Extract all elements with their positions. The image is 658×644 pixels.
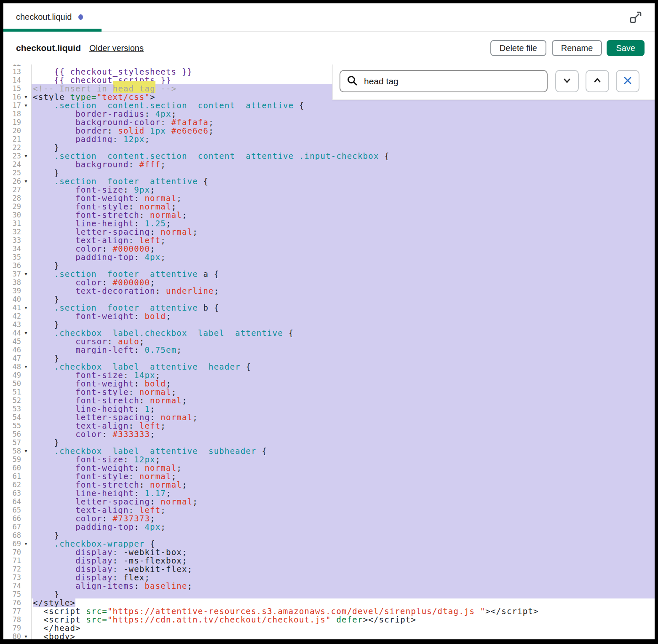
- code-row[interactable]: 60 font-weight: normal;: [3, 464, 655, 472]
- code-row[interactable]: 22 }: [3, 143, 655, 152]
- code-line[interactable]: padding-top: 4px;: [32, 253, 655, 261]
- code-line[interactable]: background-color: #fafafa;: [32, 118, 655, 126]
- code-line[interactable]: line-height: 1.17;: [32, 489, 655, 497]
- code-row[interactable]: 75 }: [3, 590, 655, 598]
- code-line[interactable]: line-height: 1.25;: [32, 219, 655, 228]
- code-line[interactable]: font-style: normal;: [32, 472, 655, 480]
- code-line[interactable]: line-height: 1;: [32, 405, 655, 413]
- code-row[interactable]: 26▾ .section__footer__attentive {: [3, 177, 655, 185]
- fold-arrow-icon[interactable]: ▾: [21, 447, 31, 455]
- code-row[interactable]: 41▾ .section__footer__attentive b {: [3, 303, 655, 312]
- code-row[interactable]: 80▾ <body>: [3, 632, 655, 639]
- code-row[interactable]: 78 <script src="https://cdn.attn.tv/chec…: [3, 615, 655, 624]
- code-row[interactable]: 67 padding-top: 4px;: [3, 523, 655, 531]
- code-line[interactable]: text-align: left;: [32, 236, 655, 244]
- search-input-box[interactable]: [340, 70, 548, 92]
- code-row[interactable]: 56 color: #333333;: [3, 430, 655, 438]
- code-line[interactable]: }: [32, 531, 655, 539]
- code-row[interactable]: 53 line-height: 1;: [3, 405, 655, 413]
- fold-arrow-icon[interactable]: ▾: [21, 93, 31, 101]
- code-line[interactable]: }: [32, 354, 655, 362]
- code-line[interactable]: letter-spacing: normal;: [32, 497, 655, 506]
- fold-arrow-icon[interactable]: ▾: [21, 177, 31, 185]
- code-line[interactable]: }: [32, 143, 655, 152]
- fold-arrow-icon[interactable]: ▾: [21, 539, 31, 548]
- code-row[interactable]: 49 font-size: 14px;: [3, 371, 655, 379]
- fold-arrow-icon[interactable]: ▾: [21, 329, 31, 337]
- code-line[interactable]: border: solid 1px #e6e6e6;: [32, 126, 655, 135]
- code-row[interactable]: 57 }: [3, 438, 655, 447]
- code-row[interactable]: 18 border-radius: 4px;: [3, 110, 655, 118]
- code-row[interactable]: 32 letter-spacing: normal;: [3, 228, 655, 236]
- older-versions-link[interactable]: Older versions: [89, 43, 144, 53]
- code-line[interactable]: font-weight: normal;: [32, 194, 655, 202]
- fold-arrow-icon[interactable]: ▾: [21, 101, 31, 110]
- code-row[interactable]: 79 </head>: [3, 624, 655, 632]
- code-line[interactable]: align-items: baseline;: [32, 582, 655, 590]
- code-row[interactable]: 30 font-stretch: normal;: [3, 211, 655, 219]
- code-row[interactable]: 29 font-style: normal;: [3, 202, 655, 211]
- code-row[interactable]: 63 line-height: 1.17;: [3, 489, 655, 497]
- code-line[interactable]: <body>: [32, 632, 655, 639]
- code-line[interactable]: }: [32, 320, 655, 329]
- code-line[interactable]: .section__footer__attentive {: [32, 177, 655, 185]
- code-row[interactable]: 36 }: [3, 261, 655, 270]
- code-row[interactable]: 72 display: -webkit-flex;: [3, 565, 655, 573]
- code-row[interactable]: 25 }: [3, 169, 655, 177]
- find-next-button[interactable]: [555, 70, 579, 92]
- code-row[interactable]: 69▾ .checkbox-wrapper {: [3, 539, 655, 548]
- code-row[interactable]: 23▾ .section__content.section__content__…: [3, 152, 655, 160]
- fold-arrow-icon[interactable]: ▾: [21, 303, 31, 312]
- code-line[interactable]: font-weight: bold;: [32, 379, 655, 388]
- code-line[interactable]: padding-top: 4px;: [32, 523, 655, 531]
- code-line[interactable]: border-radius: 4px;: [32, 110, 655, 118]
- code-row[interactable]: 40 }: [3, 295, 655, 303]
- code-line[interactable]: display: -webkit-flex;: [32, 565, 655, 573]
- code-row[interactable]: 20 border: solid 1px #e6e6e6;: [3, 126, 655, 135]
- code-row[interactable]: 21 padding: 12px;: [3, 135, 655, 143]
- code-row[interactable]: 44▾ .checkbox__label.checkbox__label__at…: [3, 329, 655, 337]
- code-row[interactable]: 74 align-items: baseline;: [3, 582, 655, 590]
- code-row[interactable]: 19 background-color: #fafafa;: [3, 118, 655, 126]
- code-line[interactable]: cursor: auto;: [32, 337, 655, 346]
- code-line[interactable]: .section__footer__attentive b {: [32, 303, 655, 312]
- code-row[interactable]: 77 <script src="https://attentive-resour…: [3, 607, 655, 615]
- code-row[interactable]: 42 font-weight: bold;: [3, 312, 655, 320]
- code-row[interactable]: 58▾ .checkbox__label__attentive__subhead…: [3, 447, 655, 455]
- code-row[interactable]: 64 letter-spacing: normal;: [3, 497, 655, 506]
- code-row[interactable]: 51 font-style: normal;: [3, 388, 655, 396]
- code-row[interactable]: 65 text-align: left;: [3, 506, 655, 514]
- search-input[interactable]: [363, 76, 541, 87]
- code-row[interactable]: 45 cursor: auto;: [3, 337, 655, 346]
- code-row[interactable]: 70 display: -webkit-box;: [3, 548, 655, 556]
- code-row[interactable]: 48▾ .checkbox__label__attentive__header …: [3, 362, 655, 371]
- code-line[interactable]: .section__content.section__content__atte…: [32, 101, 655, 110]
- code-line[interactable]: </style>: [32, 598, 655, 607]
- code-row[interactable]: 43 }: [3, 320, 655, 329]
- code-line[interactable]: font-stretch: normal;: [32, 211, 655, 219]
- code-row[interactable]: 66 color: #737373;: [3, 514, 655, 523]
- code-row[interactable]: 46 margin-left: 0.75em;: [3, 346, 655, 354]
- code-row[interactable]: 39 text-decoration: underline;: [3, 287, 655, 295]
- code-row[interactable]: 61 font-style: normal;: [3, 472, 655, 480]
- code-row[interactable]: 55 text-align: left;: [3, 421, 655, 430]
- code-line[interactable]: font-stretch: normal;: [32, 480, 655, 489]
- code-line[interactable]: </head>: [32, 624, 655, 632]
- code-row[interactable]: 71 display: -ms-flexbox;: [3, 556, 655, 565]
- code-row[interactable]: 27 font-size: 9px;: [3, 185, 655, 194]
- expand-editor-button[interactable]: [627, 8, 645, 27]
- code-row[interactable]: 28 font-weight: normal;: [3, 194, 655, 202]
- code-line[interactable]: }: [32, 261, 655, 270]
- code-line[interactable]: letter-spacing: normal;: [32, 228, 655, 236]
- rename-button[interactable]: Rename: [552, 40, 602, 56]
- code-row[interactable]: 73 display: flex;: [3, 573, 655, 582]
- code-line[interactable]: .section__content.section__content__atte…: [32, 152, 655, 160]
- fold-arrow-icon[interactable]: ▾: [21, 270, 31, 278]
- code-line[interactable]: }: [32, 438, 655, 447]
- code-row[interactable]: 34 color: #000000;: [3, 244, 655, 253]
- code-line[interactable]: font-style: normal;: [32, 388, 655, 396]
- code-row[interactable]: 24 background: #fff;: [3, 160, 655, 169]
- code-row[interactable]: 35 padding-top: 4px;: [3, 253, 655, 261]
- fold-arrow-icon[interactable]: ▾: [21, 362, 31, 371]
- code-row[interactable]: 17▾ .section__content.section__content__…: [3, 101, 655, 110]
